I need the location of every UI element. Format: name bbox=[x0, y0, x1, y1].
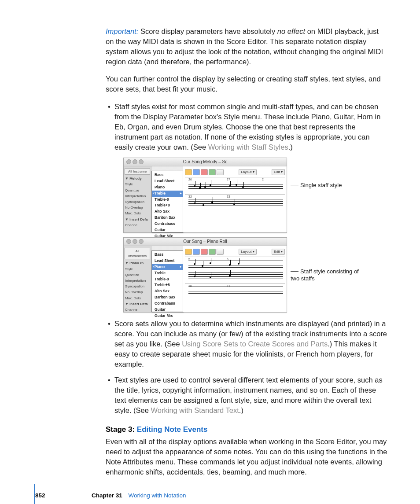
bar-number: 33 bbox=[227, 195, 230, 199]
menu-item-alto-sax[interactable]: Alto Sax bbox=[152, 288, 183, 294]
edit-menu[interactable]: Edit ▾ bbox=[272, 249, 285, 254]
menu-item-treble-minus8[interactable]: Treble-8 bbox=[152, 197, 183, 203]
tool-button[interactable] bbox=[201, 249, 208, 255]
param-syncopation[interactable]: Syncopation bbox=[124, 199, 151, 205]
link-score-sets[interactable]: Using Score Sets to Create Scores and Pa… bbox=[182, 340, 328, 348]
staff-lines bbox=[188, 287, 283, 295]
menu-item-piano[interactable]: Piano bbox=[152, 184, 183, 191]
layout-menu[interactable]: Layout ▾ bbox=[239, 169, 256, 175]
figure1-row: Our Song:Melody – Sc All Instrume ▼ Melo… bbox=[123, 158, 388, 233]
note-icon bbox=[194, 263, 195, 265]
minimize-icon[interactable] bbox=[133, 239, 137, 244]
track-header[interactable]: ▼ Melody bbox=[124, 176, 151, 181]
tool-button[interactable] bbox=[193, 249, 200, 255]
menu-item-contrabass[interactable]: Contrabass bbox=[152, 221, 183, 227]
param-interpretation[interactable]: Interpretation bbox=[124, 278, 151, 283]
important-paragraph: Important: Score display parameters have… bbox=[106, 26, 388, 67]
tool-button[interactable] bbox=[217, 169, 224, 175]
footer-chapter-group: Chapter 31 Working with Notation bbox=[92, 492, 186, 500]
menu-item-lead-sheet[interactable]: Lead Sheet bbox=[152, 178, 183, 184]
stage3-body: Even with all of the display options ava… bbox=[106, 437, 388, 477]
menu-item-bariton-sax[interactable]: Bariton Sax bbox=[152, 294, 183, 301]
param-quantize[interactable]: Quantize bbox=[124, 188, 151, 193]
menu-item-treble-minus8[interactable]: Treble-8 bbox=[152, 276, 183, 283]
note-icon bbox=[194, 276, 195, 277]
page-number: 852 bbox=[35, 492, 57, 500]
note-icon bbox=[210, 276, 211, 278]
note-icon bbox=[194, 202, 195, 204]
menu-item-guitar-mix[interactable]: Guitar Mix bbox=[152, 313, 183, 319]
note-icon bbox=[229, 185, 231, 187]
all-instruments-selector[interactable]: All Instrume bbox=[125, 168, 150, 175]
tool-button[interactable] bbox=[201, 169, 208, 175]
staff-line-2: 32 33 bbox=[185, 194, 285, 210]
minimize-icon[interactable] bbox=[133, 159, 137, 164]
close-icon[interactable] bbox=[126, 239, 131, 244]
zoom-icon[interactable] bbox=[139, 239, 144, 244]
menu-item-bass[interactable]: Bass bbox=[152, 172, 183, 178]
all-instruments-selector[interactable]: All Instruments bbox=[125, 248, 150, 259]
score-area: Layout ▾ Edit ▾ 5 6 bbox=[183, 246, 287, 312]
insert-defaults-header[interactable]: ▼ Insert Defa bbox=[124, 217, 151, 222]
menu-item-guitar[interactable]: Guitar bbox=[152, 307, 183, 313]
important-emphasis: no effect bbox=[277, 27, 305, 35]
param-channel[interactable]: Channe bbox=[124, 307, 151, 313]
param-channel[interactable]: Channe bbox=[124, 222, 151, 228]
note-icon bbox=[194, 185, 195, 187]
chapter-label: Chapter 31 bbox=[92, 492, 122, 499]
menu-item-guitar[interactable]: Guitar bbox=[152, 227, 183, 233]
important-label: Important: bbox=[106, 27, 138, 35]
param-interpretation[interactable]: Interpretation bbox=[124, 193, 151, 199]
param-syncopation[interactable]: Syncopation bbox=[124, 283, 151, 289]
page-content: Important: Score display parameters have… bbox=[0, 0, 420, 504]
control-paragraph: You can further control the display by s… bbox=[106, 74, 388, 94]
tool-button[interactable] bbox=[209, 249, 216, 255]
menu-item-alto-sax[interactable]: Alto Sax bbox=[152, 209, 183, 215]
menu-item-piano-selected[interactable]: Piano bbox=[152, 264, 183, 270]
menu-item-bariton-sax[interactable]: Bariton Sax bbox=[152, 215, 183, 221]
tool-button[interactable] bbox=[217, 249, 224, 255]
tool-button[interactable] bbox=[185, 169, 192, 175]
menu-item-treble[interactable]: Treble bbox=[152, 270, 183, 276]
stage-title[interactable]: Editing Note Events bbox=[137, 425, 208, 434]
layout-menu[interactable]: Layout ▾ bbox=[239, 249, 256, 254]
param-max-dots[interactable]: Max. Dots bbox=[124, 295, 151, 301]
tool-button[interactable] bbox=[193, 169, 200, 175]
window-title: Our Song:Melody – Sc bbox=[183, 159, 228, 165]
param-style[interactable]: Style bbox=[124, 181, 151, 187]
chapter-title: Working with Notation bbox=[129, 492, 186, 499]
style-menu[interactable]: Bass Lead Sheet Piano Treble Treble-8 Tr… bbox=[151, 250, 183, 312]
link-staff-styles[interactable]: Working with Staff Styles bbox=[208, 143, 288, 151]
param-max-dots[interactable]: Max. Dots bbox=[124, 210, 151, 216]
zoom-icon[interactable] bbox=[139, 159, 144, 164]
callout-single-staff: Single staff style bbox=[291, 181, 342, 189]
tool-button[interactable] bbox=[209, 169, 216, 175]
menu-item-treble-plus8[interactable]: Treble+8 bbox=[152, 202, 183, 209]
window-title: Our Song – Piano Roll bbox=[183, 239, 227, 245]
style-menu[interactable]: Bass Lead Sheet Piano Treble Treble-8 Tr… bbox=[151, 171, 183, 232]
menu-item-lead-sheet[interactable]: Lead Sheet bbox=[152, 258, 183, 264]
note-icon bbox=[211, 202, 213, 203]
param-no-overlap[interactable]: No Overlap bbox=[124, 289, 151, 295]
edit-menu[interactable]: Edit ▾ bbox=[272, 169, 285, 175]
bar-number: 27 bbox=[227, 177, 230, 182]
bar-number: 32 bbox=[188, 195, 192, 199]
staff-lines bbox=[188, 182, 283, 191]
param-style[interactable]: Style bbox=[124, 266, 151, 272]
menu-item-contrabass[interactable]: Contrabass bbox=[152, 301, 183, 307]
menu-item-treble-selected[interactable]: Treble bbox=[152, 191, 183, 197]
track-header[interactable]: ▼ Piano rh bbox=[124, 260, 151, 266]
link-standard-text[interactable]: Working with Standard Text bbox=[151, 406, 239, 414]
note-icon bbox=[238, 263, 239, 265]
insert-defaults-header[interactable]: ▼ Insert Defa bbox=[124, 301, 151, 307]
param-quantize[interactable]: Quantize bbox=[124, 272, 151, 278]
stage3-heading: Stage 3: Editing Note Events bbox=[106, 424, 388, 435]
screenshot-single-staff: Our Song:Melody – Sc All Instrume ▼ Melo… bbox=[123, 158, 287, 233]
bullet-text-styles: Text styles are used to control several … bbox=[106, 375, 388, 416]
close-icon[interactable] bbox=[126, 159, 131, 164]
note-icon bbox=[199, 187, 201, 189]
menu-item-bass[interactable]: Bass bbox=[152, 252, 183, 258]
menu-item-treble-plus8[interactable]: Treble+8 bbox=[152, 282, 183, 288]
tool-button[interactable] bbox=[185, 249, 192, 255]
param-no-overlap[interactable]: No Overlap bbox=[124, 205, 151, 210]
